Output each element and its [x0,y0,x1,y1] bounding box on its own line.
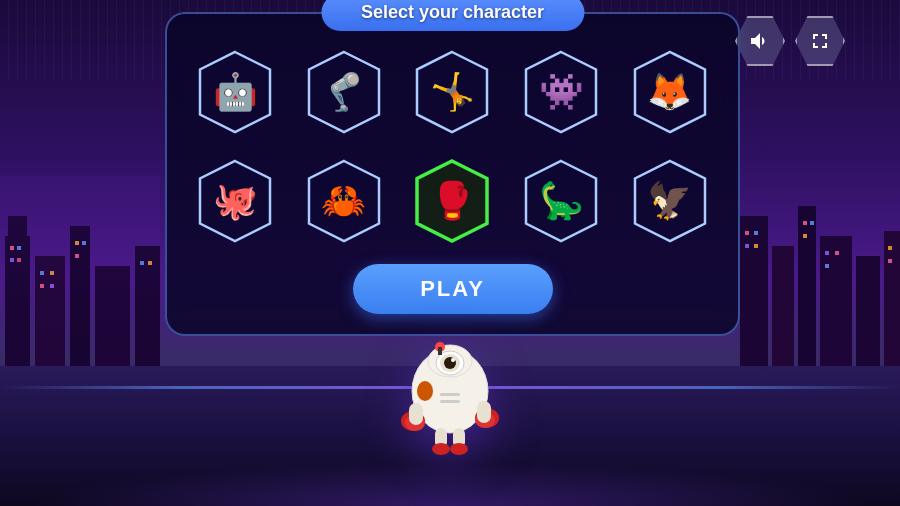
svg-rect-20 [740,216,768,376]
character-cell-7[interactable]: 🦀 [296,153,393,250]
hex-frame-8: 🥊 [407,156,497,246]
hex-frame-7: 🦀 [299,156,389,246]
svg-rect-67 [440,393,460,396]
sound-icon [748,29,772,53]
svg-point-56 [417,381,433,401]
svg-point-53 [451,358,455,362]
character-cell-4[interactable]: 👾 [513,44,610,141]
svg-rect-68 [440,400,460,403]
svg-rect-27 [754,231,758,235]
svg-rect-29 [754,244,758,248]
preview-character-svg [385,333,515,463]
character-cell-5[interactable]: 🦊 [621,44,718,141]
svg-rect-19 [0,176,160,376]
character-cell-9[interactable]: 🦕 [513,153,610,250]
svg-rect-35 [825,264,829,268]
play-button[interactable]: PLAY [353,264,553,314]
city-right [740,176,900,376]
svg-rect-61 [409,403,423,425]
svg-rect-32 [803,234,807,238]
hex-frame-9: 🦕 [516,156,606,246]
hex-frame-3: 🤸 [407,47,497,137]
hex-frame-4: 👾 [516,47,606,137]
svg-rect-22 [798,206,816,376]
svg-rect-23 [820,236,852,376]
character-cell-8-selected[interactable]: 🥊 [404,153,501,250]
svg-rect-30 [803,221,807,225]
svg-point-65 [432,443,450,455]
hex-frame-6: 🐙 [190,156,280,246]
svg-rect-26 [745,231,749,235]
selection-panel: Select your character 🤖 🦿 [165,12,740,336]
svg-point-66 [450,443,468,455]
svg-rect-36 [888,246,892,250]
svg-rect-31 [810,221,814,225]
city-left [0,176,160,376]
panel-title: Select your character [361,2,544,22]
svg-rect-21 [772,246,794,376]
character-cell-1[interactable]: 🤖 [187,44,284,141]
hex-frame-1: 🤖 [190,47,280,137]
characters-grid: 🤖 🦿 🤸 [187,44,718,249]
svg-rect-62 [477,401,491,423]
svg-rect-25 [884,231,900,376]
svg-rect-28 [745,244,749,248]
svg-rect-33 [825,251,829,255]
hex-frame-5: 🦊 [625,47,715,137]
character-preview [385,333,515,486]
character-cell-3[interactable]: 🤸 [404,44,501,141]
svg-rect-55 [438,347,442,355]
fullscreen-icon [808,29,832,53]
svg-rect-34 [835,251,839,255]
character-cell-6[interactable]: 🐙 [187,153,284,250]
svg-rect-24 [856,256,880,376]
svg-rect-37 [888,259,892,263]
character-cell-2[interactable]: 🦿 [296,44,393,141]
game-background: Select your character 🤖 🦿 [0,0,900,506]
character-cell-10[interactable]: 🦅 [621,153,718,250]
hex-frame-10: 🦅 [625,156,715,246]
title-pill: Select your character [321,0,584,31]
hex-frame-2: 🦿 [299,47,389,137]
